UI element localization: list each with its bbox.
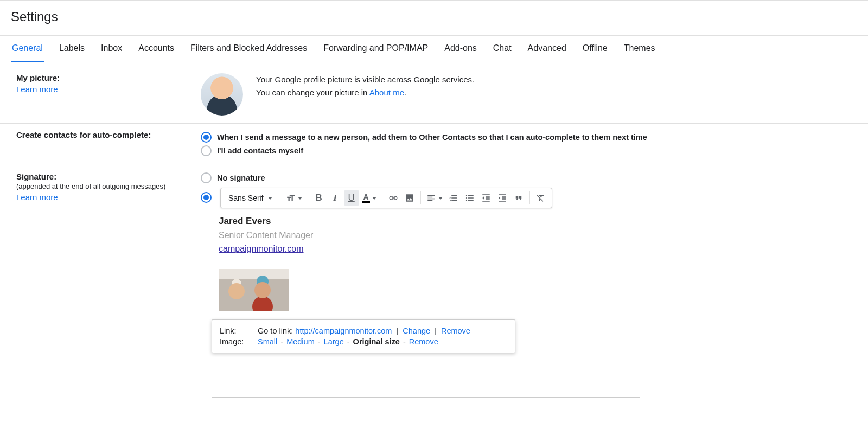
- align-dropdown[interactable]: [424, 190, 445, 206]
- signature-radio-custom[interactable]: [201, 192, 212, 203]
- signature-none-label: No signature: [217, 174, 265, 182]
- popup-link-label: Link:: [220, 326, 250, 335]
- popup-size-original[interactable]: Original size: [353, 337, 400, 346]
- indent-less-button[interactable]: [478, 190, 494, 206]
- contacts-option2-label: I'll add contacts myself: [217, 146, 303, 155]
- align-left-icon: [426, 193, 436, 203]
- avatar[interactable]: [201, 73, 243, 116]
- popup-size-medium[interactable]: Medium: [286, 337, 315, 346]
- remove-formatting-button[interactable]: [533, 190, 548, 206]
- my-picture-title: My picture:: [16, 73, 201, 82]
- settings-header: Settings: [0, 1, 868, 36]
- indent-less-icon: [481, 193, 491, 203]
- my-picture-desc1: Your Google profile picture is visible a…: [256, 73, 474, 86]
- remove-format-icon: [536, 193, 546, 203]
- settings-tabs: General Labels Inbox Accounts Filters an…: [0, 36, 868, 62]
- signature-role: Senior Content Manager: [219, 230, 633, 240]
- row-signature: Signature: (appended at the end of all o…: [0, 165, 868, 405]
- tab-themes[interactable]: Themes: [623, 36, 656, 62]
- contacts-radio-auto[interactable]: [201, 132, 212, 143]
- bold-button[interactable]: B: [311, 190, 327, 206]
- row-my-picture: My picture: Learn more Your Google profi…: [0, 62, 868, 124]
- tab-addons[interactable]: Add-ons: [443, 36, 478, 62]
- indent-more-button[interactable]: [495, 190, 510, 206]
- popup-remove-link[interactable]: Remove: [441, 326, 470, 335]
- numbered-list-icon: [449, 193, 458, 203]
- settings-content: My picture: Learn more Your Google profi…: [0, 62, 868, 427]
- indent-more-icon: [497, 193, 507, 203]
- popup-goto-text: Go to link:: [258, 326, 295, 335]
- popup-image-label: Image:: [220, 337, 250, 346]
- signature-link[interactable]: campaignmonitor.com: [219, 244, 304, 254]
- font-family-dropdown[interactable]: Sans Serif: [224, 194, 277, 202]
- signature-note: (appended at the end of all outgoing mes…: [16, 182, 201, 190]
- font-size-dropdown[interactable]: [284, 190, 304, 206]
- caret-down-icon: [268, 197, 272, 200]
- tab-filters[interactable]: Filters and Blocked Addresses: [189, 36, 308, 62]
- caret-down-icon: [438, 197, 443, 200]
- numbered-list-button[interactable]: [446, 190, 461, 206]
- link-icon: [388, 193, 398, 203]
- quote-button[interactable]: [511, 190, 526, 206]
- quote-icon: [514, 193, 524, 203]
- row-contacts: Create contacts for auto-complete: When …: [0, 124, 868, 165]
- contacts-radio-manual[interactable]: [201, 145, 212, 156]
- tab-forwarding[interactable]: Forwarding and POP/IMAP: [322, 36, 429, 62]
- tab-chat[interactable]: Chat: [492, 36, 513, 62]
- popup-url-link[interactable]: http://campaignmonitor.com: [295, 326, 392, 335]
- popup-image-remove[interactable]: Remove: [409, 337, 438, 346]
- about-me-link[interactable]: About me: [369, 88, 404, 97]
- tab-accounts[interactable]: Accounts: [137, 36, 175, 62]
- tab-labels[interactable]: Labels: [58, 36, 86, 62]
- bulleted-list-icon: [465, 193, 475, 203]
- insert-image-button[interactable]: [402, 190, 417, 206]
- font-size-icon: [286, 193, 296, 203]
- caret-down-icon: [372, 197, 376, 200]
- underline-button[interactable]: U: [344, 190, 359, 206]
- popup-size-small[interactable]: Small: [258, 337, 277, 346]
- link-image-popup: Link: Go to link: http://campaignmonitor…: [212, 319, 515, 353]
- my-picture-desc2: You can change your picture in About me.: [256, 86, 474, 99]
- signature-editor[interactable]: Jared Evers Senior Content Manager campa…: [212, 208, 640, 398]
- popup-size-large[interactable]: Large: [324, 337, 344, 346]
- editor-toolbar: Sans Serif B I U A: [220, 188, 552, 208]
- signature-radio-none[interactable]: [201, 172, 212, 183]
- text-color-dropdown[interactable]: A: [360, 190, 379, 206]
- italic-button[interactable]: I: [328, 190, 343, 206]
- insert-link-button[interactable]: [386, 190, 401, 206]
- bulleted-list-button[interactable]: [462, 190, 477, 206]
- signature-image[interactable]: [219, 269, 289, 311]
- signature-learn-more-link[interactable]: Learn more: [16, 193, 58, 202]
- signature-name: Jared Evers: [219, 216, 633, 227]
- tab-general[interactable]: General: [11, 36, 44, 62]
- tab-offline[interactable]: Offline: [582, 36, 609, 62]
- signature-title: Signature:: [16, 172, 201, 181]
- contacts-title: Create contacts for auto-complete:: [16, 130, 201, 139]
- page-title: Settings: [11, 9, 857, 24]
- image-icon: [405, 193, 414, 203]
- popup-change-link[interactable]: Change: [403, 326, 430, 335]
- caret-down-icon: [298, 197, 302, 200]
- my-picture-learn-more-link[interactable]: Learn more: [16, 85, 58, 94]
- tab-advanced[interactable]: Advanced: [527, 36, 567, 62]
- tab-inbox[interactable]: Inbox: [100, 36, 123, 62]
- contacts-option1-label: When I send a message to a new person, a…: [217, 133, 647, 142]
